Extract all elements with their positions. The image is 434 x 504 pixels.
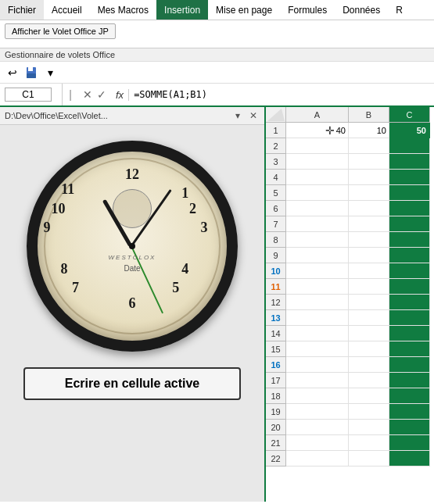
gestionnaire-label: Gestionnaire de volets Office (0, 48, 434, 62)
col-header-a[interactable]: A (286, 107, 349, 123)
cell-c7[interactable] (389, 216, 430, 232)
cell-c20[interactable] (389, 420, 430, 435)
cell-b10[interactable] (349, 263, 389, 279)
cell-b2[interactable] (349, 138, 389, 154)
cell-b17[interactable] (349, 373, 389, 388)
confirm-formula-btn[interactable]: ✓ (95, 88, 108, 101)
cell-ref-input[interactable] (5, 88, 52, 102)
row-number: 20 (266, 420, 286, 435)
cell-b5[interactable] (349, 185, 389, 201)
col-header-c[interactable]: C (389, 107, 430, 123)
menu-r[interactable]: R (388, 0, 411, 20)
table-row: 6 (266, 201, 434, 216)
cell-a9[interactable] (286, 248, 349, 263)
row-number: 10 (266, 263, 286, 279)
cell-c11[interactable] (389, 279, 430, 295)
panel-dropdown-btn[interactable]: ▾ (231, 109, 244, 122)
cell-b6[interactable] (349, 201, 389, 216)
cell-a20[interactable] (286, 420, 349, 435)
cell-b22[interactable] (349, 451, 389, 466)
afficher-volet-btn[interactable]: Afficher le Volet Office JP (5, 23, 116, 39)
cell-c6[interactable] (389, 201, 430, 216)
cell-a15[interactable] (286, 341, 349, 357)
cell-c4[interactable] (389, 170, 430, 185)
cell-c2[interactable] (389, 138, 430, 154)
menu-fichier[interactable]: Fichier (0, 0, 44, 20)
cell-b4[interactable] (349, 170, 389, 185)
cell-b11[interactable] (349, 279, 389, 295)
panel-close-btn[interactable]: ✕ (247, 109, 260, 122)
cell-c3[interactable] (389, 154, 430, 170)
cell-a11[interactable] (286, 279, 349, 295)
cell-b20[interactable] (349, 420, 389, 435)
cell-a12[interactable] (286, 295, 349, 310)
cancel-formula-btn[interactable]: ✕ (81, 88, 94, 101)
cell-a6[interactable] (286, 201, 349, 216)
cell-b21[interactable] (349, 435, 389, 451)
write-cell-btn[interactable]: Ecrire en cellule active (23, 367, 241, 400)
menu-formules[interactable]: Formules (280, 0, 335, 20)
cell-a2[interactable] (286, 138, 349, 154)
table-row: 4 (266, 170, 434, 185)
cell-c16[interactable] (389, 357, 430, 373)
cell-b12[interactable] (349, 295, 389, 310)
clock-brand: WESTCLOX (109, 254, 156, 261)
cell-c15[interactable] (389, 341, 430, 357)
cell-c12[interactable] (389, 295, 430, 310)
cell-b7[interactable] (349, 216, 389, 232)
cell-b14[interactable] (349, 326, 389, 341)
row-number: 21 (266, 435, 286, 451)
cell-b19[interactable] (349, 404, 389, 420)
cell-a5[interactable] (286, 185, 349, 201)
formula-input[interactable] (129, 89, 434, 100)
save-icon[interactable] (23, 65, 39, 80)
cell-b13[interactable] (349, 310, 389, 326)
cell-c1[interactable]: 50 (389, 123, 430, 138)
cell-c22[interactable] (389, 451, 430, 466)
cell-a16[interactable] (286, 357, 349, 373)
cell-b9[interactable] (349, 248, 389, 263)
menu-insertion[interactable]: Insertion (156, 0, 208, 20)
row-number: 9 (266, 248, 286, 263)
cell-c14[interactable] (389, 326, 430, 341)
cell-a21[interactable] (286, 435, 349, 451)
cell-c19[interactable] (389, 404, 430, 420)
cell-a18[interactable] (286, 388, 349, 404)
formula-icons: ✕ ✓ (78, 88, 111, 101)
undo-btn[interactable]: ↩ (5, 65, 20, 80)
cell-a10[interactable] (286, 263, 349, 279)
menu-donnees[interactable]: Données (335, 0, 388, 20)
cell-a1[interactable]: ✛40 (286, 123, 349, 138)
cell-c21[interactable] (389, 435, 430, 451)
menu-accueil[interactable]: Accueil (44, 0, 90, 20)
cell-c18[interactable] (389, 388, 430, 404)
cell-a7[interactable] (286, 216, 349, 232)
cell-a17[interactable] (286, 373, 349, 388)
cell-c17[interactable] (389, 373, 430, 388)
cell-b8[interactable] (349, 232, 389, 248)
cell-b3[interactable] (349, 154, 389, 170)
cell-b18[interactable] (349, 388, 389, 404)
cell-b16[interactable] (349, 357, 389, 373)
cell-c5[interactable] (389, 185, 430, 201)
dropdown-btn[interactable]: ▾ (42, 65, 58, 80)
cell-c9[interactable] (389, 248, 430, 263)
cell-a14[interactable] (286, 326, 349, 341)
table-row: 17 (266, 373, 434, 388)
menu-mes-macros[interactable]: Mes Macros (90, 0, 156, 20)
clock-num-8: 8 (60, 261, 67, 277)
cell-c13[interactable] (389, 310, 430, 326)
cell-a4[interactable] (286, 170, 349, 185)
cell-a19[interactable] (286, 404, 349, 420)
menu-mise-en-page[interactable]: Mise en page (208, 0, 280, 20)
cell-a8[interactable] (286, 232, 349, 248)
cell-a3[interactable] (286, 154, 349, 170)
cell-a22[interactable] (286, 451, 349, 466)
cell-b1[interactable]: 10 (349, 123, 389, 138)
cell-b15[interactable] (349, 341, 389, 357)
cell-c10[interactable] (389, 263, 430, 279)
cell-c8[interactable] (389, 232, 430, 248)
cell-a13[interactable] (286, 310, 349, 326)
col-header-b[interactable]: B (349, 107, 389, 123)
table-row: 11 (266, 279, 434, 295)
